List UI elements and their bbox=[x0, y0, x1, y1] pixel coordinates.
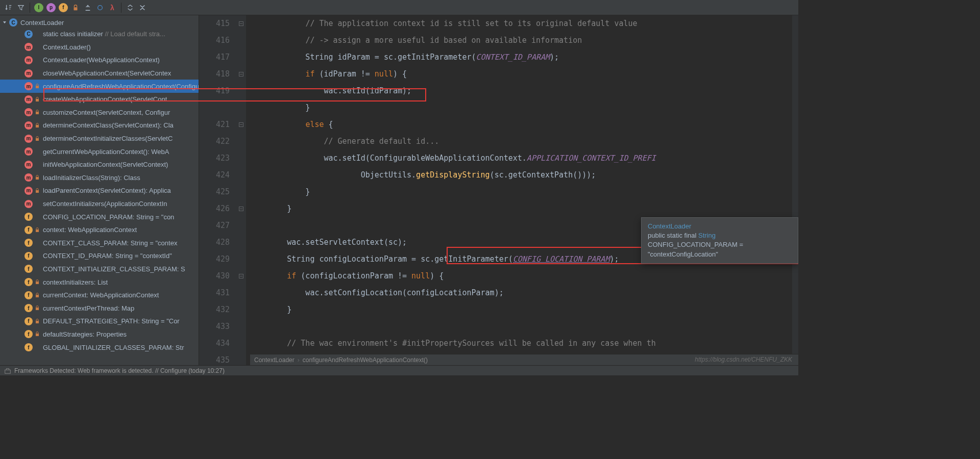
fold-toggle[interactable] bbox=[236, 49, 246, 66]
code-line[interactable]: wac.setId(ConfigurableWebApplicationCont… bbox=[250, 150, 798, 167]
fold-toggle[interactable] bbox=[236, 83, 246, 99]
show-properties-icon[interactable]: p bbox=[45, 2, 57, 13]
sort-button[interactable] bbox=[3, 2, 14, 13]
code-line[interactable]: // The wac environment's #initPropertySo… bbox=[250, 335, 798, 352]
tree-item[interactable]: mgetCurrentWebApplicationContext(): WebA bbox=[0, 145, 199, 158]
code-line[interactable]: } bbox=[250, 99, 798, 116]
tree-item[interactable]: mContextLoader(WebApplicationContext) bbox=[0, 54, 199, 67]
filter-button[interactable] bbox=[15, 2, 27, 13]
code-line[interactable]: } bbox=[250, 184, 798, 200]
tree-item[interactable]: fDEFAULT_STRATEGIES_PATH: String = "Cor bbox=[0, 315, 199, 328]
fold-toggle[interactable] bbox=[236, 167, 246, 184]
show-interfaces-icon[interactable]: I bbox=[33, 2, 44, 13]
tooltip-signature: public static final String CONFIG_LOCATI… bbox=[648, 231, 792, 259]
collapse-all-button[interactable] bbox=[137, 2, 148, 13]
code-line[interactable]: wac.setConfigLocation(configLocationPara… bbox=[250, 285, 798, 301]
tree-item[interactable]: fcontext: WebApplicationContext bbox=[0, 223, 199, 237]
fold-toggle[interactable] bbox=[236, 133, 246, 150]
show-nonpublic-icon[interactable] bbox=[70, 2, 81, 13]
fold-toggle[interactable] bbox=[236, 217, 246, 234]
structure-sidebar[interactable]: CContextLoaderCstatic class initializer … bbox=[0, 15, 199, 365]
fold-toggle[interactable] bbox=[236, 116, 246, 133]
lambda-icon[interactable]: λ bbox=[107, 2, 118, 13]
code-line[interactable]: if (idParam != null) { bbox=[250, 66, 798, 83]
fold-toggle[interactable] bbox=[236, 251, 246, 268]
tree-item[interactable]: fGLOBAL_INITIALIZER_CLASSES_PARAM: Str bbox=[0, 341, 199, 354]
tree-item[interactable]: fcurrentContextPerThread: Map bbox=[0, 301, 199, 315]
code-line[interactable]: wac.setId(idParam); bbox=[250, 83, 798, 99]
svg-rect-5 bbox=[36, 125, 39, 128]
svg-rect-6 bbox=[36, 138, 39, 141]
fold-toggle[interactable] bbox=[236, 301, 246, 318]
anonymous-icon[interactable] bbox=[94, 2, 106, 13]
member-icon: m bbox=[24, 161, 33, 169]
code-editor[interactable]: 4154164174184194214224234244254264274284… bbox=[199, 15, 798, 365]
code-line[interactable]: String idParam = sc.getInitParameter(CON… bbox=[250, 49, 798, 66]
member-icon: m bbox=[24, 147, 33, 156]
tree-item[interactable]: mcustomizeContext(ServletContext, Config… bbox=[0, 106, 199, 119]
tree-item[interactable]: mContextLoader() bbox=[0, 41, 199, 54]
tree-item[interactable]: fcontextInitializers: List bbox=[0, 275, 199, 289]
member-icon: m bbox=[24, 108, 33, 116]
code-area[interactable]: // The application context id is still s… bbox=[246, 15, 798, 365]
fold-toggle[interactable] bbox=[236, 234, 246, 251]
tree-item[interactable]: fdefaultStrategies: Properties bbox=[0, 328, 199, 341]
tree-item[interactable]: fcurrentContext: WebApplicationContext bbox=[0, 289, 199, 302]
tree-item[interactable]: mloadParentContext(ServletContext): Appl… bbox=[0, 184, 199, 197]
tree-item[interactable]: fCONTEXT_CLASS_PARAM: String = "contex bbox=[0, 237, 199, 250]
fold-toggle[interactable] bbox=[236, 200, 246, 217]
lock-icon bbox=[35, 279, 40, 285]
show-fields-icon[interactable]: f bbox=[58, 2, 69, 13]
tree-root[interactable]: CContextLoader bbox=[0, 17, 199, 28]
code-line[interactable] bbox=[250, 318, 798, 335]
member-icon: m bbox=[24, 187, 33, 195]
code-line[interactable]: // The application context id is still s… bbox=[250, 15, 798, 32]
lock-icon bbox=[35, 332, 40, 337]
tree-item[interactable]: mcreateWebApplicationContext(ServletCont bbox=[0, 93, 199, 106]
svg-rect-2 bbox=[36, 86, 39, 88]
tree-item[interactable]: mconfigureAndRefreshWebApplicationContex… bbox=[0, 80, 199, 93]
svg-rect-12 bbox=[36, 308, 39, 310]
fold-toggle[interactable] bbox=[236, 285, 246, 301]
code-line[interactable]: else { bbox=[250, 116, 798, 133]
svg-rect-8 bbox=[36, 190, 39, 193]
code-line[interactable]: // -> assign a more useful id based on a… bbox=[250, 32, 798, 49]
tree-item[interactable]: fCONTEXT_INITIALIZER_CLASSES_PARAM: S bbox=[0, 263, 199, 276]
fold-toggle[interactable] bbox=[236, 99, 246, 116]
svg-rect-13 bbox=[36, 321, 39, 323]
svg-rect-10 bbox=[36, 282, 39, 284]
tree-item[interactable]: fCONFIG_LOCATION_PARAM: String = "con bbox=[0, 210, 199, 223]
editor-scrollbar[interactable] bbox=[792, 15, 798, 365]
tree-item[interactable]: fCONTEXT_ID_PARAM: String = "contextId" bbox=[0, 249, 199, 263]
lock-icon bbox=[35, 136, 40, 141]
tree-item[interactable]: mdetermineContextInitializerClasses(Serv… bbox=[0, 132, 199, 145]
code-line[interactable]: if (configLocationParam != null) { bbox=[250, 268, 798, 285]
tree-item[interactable]: minitWebApplicationContext(ServletContex… bbox=[0, 158, 199, 171]
tree-item[interactable]: mdetermineContextClass(ServletContext): … bbox=[0, 119, 199, 132]
fold-toggle[interactable] bbox=[236, 66, 246, 83]
fold-toggle[interactable] bbox=[236, 335, 246, 352]
tree-item[interactable]: Cstatic class initializer // Load defaul… bbox=[0, 28, 199, 41]
fold-toggle[interactable] bbox=[236, 268, 246, 285]
code-line[interactable]: } bbox=[250, 200, 798, 217]
fold-toggle[interactable] bbox=[236, 32, 246, 49]
show-inherited-icon[interactable] bbox=[82, 2, 93, 13]
lock-icon bbox=[35, 319, 40, 324]
lock-icon bbox=[35, 110, 40, 115]
breadcrumb-class[interactable]: ContextLoader bbox=[254, 356, 295, 364]
fold-column[interactable] bbox=[236, 15, 246, 365]
fold-toggle[interactable] bbox=[236, 318, 246, 335]
tree-item[interactable]: mcloseWebApplicationContext(ServletConte… bbox=[0, 67, 199, 80]
member-icon: m bbox=[24, 121, 33, 130]
fold-toggle[interactable] bbox=[236, 15, 246, 32]
code-line[interactable]: } bbox=[250, 301, 798, 318]
code-line[interactable]: ObjectUtils.getDisplayString(sc.getConte… bbox=[250, 167, 798, 184]
tree-item[interactable]: msetContextInitializers(ApplicationConte… bbox=[0, 197, 199, 211]
fold-toggle[interactable] bbox=[236, 150, 246, 167]
expand-all-button[interactable] bbox=[125, 2, 136, 13]
code-line[interactable]: // Generate default id... bbox=[250, 133, 798, 150]
tree-item[interactable]: mloadInitializerClass(String): Class bbox=[0, 171, 199, 185]
breadcrumb-method[interactable]: configureAndRefreshWebApplicationContext… bbox=[303, 356, 428, 364]
fold-toggle[interactable] bbox=[236, 184, 246, 200]
line-number: 416 bbox=[199, 32, 230, 49]
